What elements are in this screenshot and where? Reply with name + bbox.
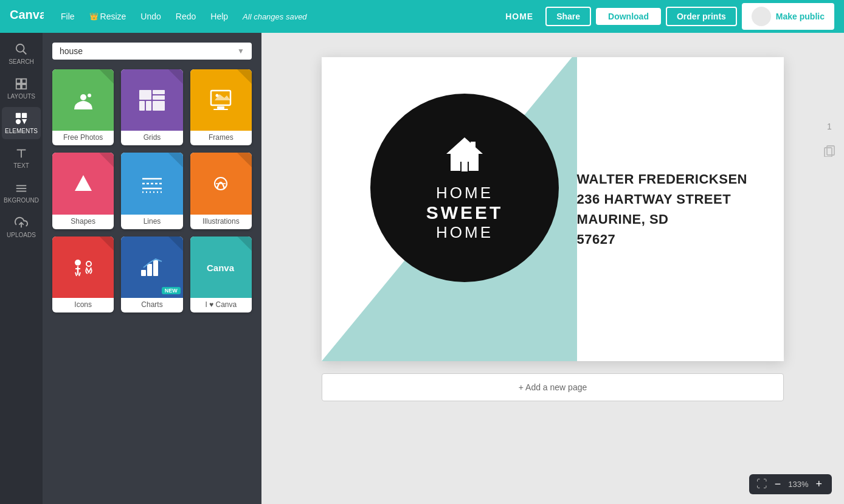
dog-ear-fold [99, 69, 114, 84]
copy-icon[interactable] [823, 143, 835, 160]
share-button[interactable]: Share [545, 7, 591, 26]
address-line-2: 236 HARTWAY STREET [577, 189, 747, 209]
house-icon [443, 134, 486, 180]
screen-icon[interactable]: ⛶ [756, 478, 767, 491]
zoom-level: 133% [788, 480, 808, 489]
zoom-bar: ⛶ − 133% + [749, 474, 832, 494]
page-number: 1 [827, 122, 832, 131]
element-label: Icons [74, 298, 92, 312]
svg-point-37 [86, 261, 91, 266]
add-page-button[interactable]: + Add a new page [322, 373, 784, 401]
list-item[interactable]: Frames [190, 69, 252, 145]
dog-ear-fold [237, 153, 252, 167]
nav-undo[interactable]: Undo [136, 9, 165, 24]
order-prints-button[interactable]: Order prints [666, 7, 737, 26]
element-label: Lines [144, 215, 161, 229]
nav-help[interactable]: Help [206, 9, 233, 24]
element-label: Illustrations [202, 215, 240, 229]
element-label: Free Photos [63, 131, 103, 145]
dog-ear-fold [168, 236, 183, 251]
sidebar-item-uploads[interactable]: UPLOADS [2, 211, 41, 243]
home-button[interactable]: HOME [498, 9, 541, 24]
sidebar-item-search[interactable]: SEARCH [2, 38, 41, 70]
svg-point-36 [75, 260, 81, 266]
list-item[interactable]: Lines [121, 153, 182, 229]
dog-ear-fold [237, 236, 252, 251]
list-item[interactable]: Icons [52, 236, 114, 312]
frames-thumb [190, 69, 252, 131]
dog-ear-fold [168, 69, 183, 84]
sidebar-item-elements[interactable]: ELEMENTS [2, 107, 41, 139]
svg-rect-4 [22, 79, 26, 83]
search-bar: ▼ [52, 43, 252, 60]
element-label: I ♥ Canva [205, 298, 237, 312]
address-line-3: MAURINE, SD [577, 209, 747, 229]
sidebar-background-label: BKGROUND [4, 197, 39, 204]
svg-point-17 [80, 94, 86, 100]
canvas[interactable]: HOME SWEET HOME WALTER FREDERICKSEN 236 … [322, 57, 784, 361]
svg-marker-10 [22, 119, 27, 124]
elements-grid: Free Photos Grids [52, 69, 252, 312]
svg-rect-7 [16, 113, 21, 118]
zoom-in-button[interactable]: + [813, 478, 825, 491]
address-line-4: 57627 [577, 229, 747, 249]
list-item[interactable]: Canva I ♥ Canva [190, 236, 252, 312]
new-badge: NEW [162, 287, 181, 294]
nav-resize[interactable]: 👑 Resize [85, 9, 131, 24]
left-panel: ▼ Free Photos [43, 33, 261, 504]
sidebar-item-text[interactable]: TEXT [2, 142, 41, 174]
sidebar-elements-label: ELEMENTS [5, 128, 38, 134]
svg-marker-29 [75, 175, 92, 191]
svg-rect-20 [153, 90, 165, 94]
svg-point-9 [16, 119, 21, 124]
svg-point-1 [16, 44, 24, 52]
sidebar-uploads-label: UPLOADS [7, 232, 36, 238]
svg-rect-6 [22, 85, 26, 89]
sidebar-search-label: SEARCH [9, 58, 34, 65]
list-item[interactable]: NEW Charts [121, 236, 182, 312]
charts-thumb: NEW [121, 236, 182, 298]
shapes-thumb [52, 153, 114, 214]
svg-rect-40 [153, 260, 158, 276]
sidebar-item-background[interactable]: BKGROUND [2, 176, 41, 209]
nav-file[interactable]: File [56, 9, 80, 24]
sidebar-layouts-label: LAYOUTS [7, 93, 35, 100]
element-label: Grids [144, 131, 161, 145]
nav-redo[interactable]: Redo [171, 9, 201, 24]
address-block: WALTER FREDERICKSEN 236 HARTWAY STREET M… [577, 169, 747, 249]
list-item[interactable]: Illustrations [190, 153, 252, 229]
illustrations-thumb [190, 153, 252, 214]
topnav: Canva File 👑 Resize Undo Redo Help All c… [0, 0, 844, 33]
zoom-out-button[interactable]: − [772, 478, 784, 491]
svg-rect-22 [139, 101, 145, 111]
circle-text-line3: HOME [436, 223, 493, 242]
svg-rect-24 [153, 101, 165, 111]
chevron-down-icon[interactable]: ▼ [237, 47, 244, 55]
canvas-circle[interactable]: HOME SWEET HOME [370, 94, 559, 282]
svg-rect-27 [213, 109, 228, 110]
icons-thumb [52, 236, 114, 298]
main-area: HOME SWEET HOME WALTER FREDERICKSEN 236 … [261, 33, 844, 504]
list-item[interactable]: Free Photos [52, 69, 114, 145]
svg-text:Canva: Canva [207, 263, 235, 273]
svg-rect-3 [16, 79, 21, 83]
right-controls: 1 [823, 122, 835, 160]
svg-rect-23 [146, 101, 151, 111]
make-public-button[interactable]: Make public [742, 3, 834, 30]
svg-point-28 [216, 94, 219, 97]
svg-point-18 [88, 94, 91, 97]
list-item[interactable]: Grids [121, 69, 182, 145]
svg-rect-21 [153, 95, 165, 100]
canva-thumb: Canva [190, 236, 252, 298]
sidebar-item-layouts[interactable]: LAYOUTS [2, 72, 41, 105]
circle-text-line1: HOME [436, 184, 493, 202]
download-button[interactable]: Download [596, 8, 661, 25]
svg-rect-19 [139, 90, 151, 100]
free-photos-thumb [52, 69, 114, 131]
address-line-1: WALTER FREDERICKSEN [577, 169, 747, 189]
list-item[interactable]: Shapes [52, 153, 114, 229]
search-input[interactable] [60, 46, 232, 56]
svg-rect-39 [147, 264, 152, 276]
saved-status: All changes saved [243, 12, 493, 21]
svg-line-2 [23, 51, 27, 55]
